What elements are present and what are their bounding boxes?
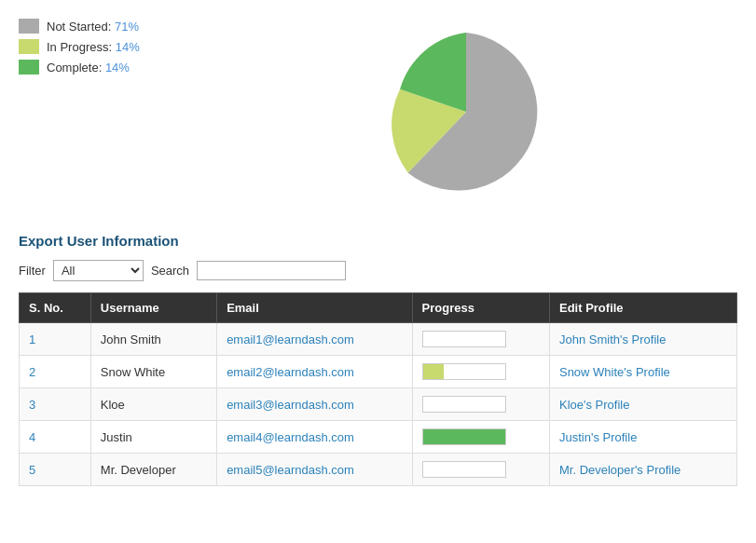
legend-swatch [19,39,39,54]
cell-email: email3@learndash.com [217,388,412,421]
profile-link[interactable]: Kloe's Profile [559,398,629,412]
legend-label: Not Started: 71% [47,20,139,34]
cell-progress [412,323,549,356]
email-link[interactable]: email5@learndash.com [227,463,354,477]
search-input[interactable] [197,261,346,280]
cell-profile: Justin's Profile [549,421,736,454]
table-row: 4Justinemail4@learndash.comJustin's Prof… [20,421,737,454]
legend-percent: 14% [105,61,130,75]
pie-chart [373,19,559,205]
filter-row: Filter AllIn ProgressCompleteNot Started… [19,260,737,281]
cell-sno: 2 [20,356,91,388]
column-header: Progress [412,293,549,323]
column-header: Email [217,293,412,323]
cell-sno: 3 [20,388,91,421]
legend-label: In Progress: 14% [47,40,140,54]
cell-progress [412,454,549,486]
filter-label: Filter [19,264,46,278]
profile-link[interactable]: Snow White's Profile [559,365,670,379]
legend-item: In Progress: 14% [19,39,205,54]
email-link[interactable]: email3@learndash.com [227,398,354,412]
progress-bar-container [422,396,506,413]
cell-sno: 1 [20,323,91,356]
cell-email: email5@learndash.com [217,454,412,486]
progress-bar-container [422,363,506,380]
cell-username: John Smith [90,323,216,356]
legend-swatch [19,60,39,75]
cell-profile: John Smith's Profile [549,323,736,356]
legend-percent: 14% [116,40,140,54]
profile-link[interactable]: Justin's Profile [559,430,637,444]
cell-profile: Mr. Developer's Profile [549,454,736,486]
cell-username: Mr. Developer [90,454,216,486]
legend: Not Started: 71% In Progress: 14% Comple… [19,19,205,75]
cell-progress [412,388,549,421]
progress-bar-container [422,331,506,347]
table-row: 1John Smithemail1@learndash.comJohn Smit… [20,323,737,356]
cell-username: Snow White [90,356,216,388]
table-header: S. No.UsernameEmailProgressEdit Profile [20,293,737,323]
column-header: Username [90,293,216,323]
column-header: Edit Profile [549,293,736,323]
legend-item: Complete: 14% [19,60,205,75]
cell-username: Kloe [90,388,216,421]
table-row: 3Kloeemail3@learndash.comKloe's Profile [20,388,737,421]
cell-progress [412,356,549,388]
progress-bar-fill [423,364,444,379]
header-row: S. No.UsernameEmailProgressEdit Profile [20,293,737,323]
cell-profile: Snow White's Profile [549,356,736,388]
cell-email: email2@learndash.com [217,356,412,388]
legend-label: Complete: 14% [47,61,130,75]
profile-link[interactable]: John Smith's Profile [559,333,666,346]
profile-link[interactable]: Mr. Developer's Profile [559,463,680,477]
column-header: S. No. [20,293,91,323]
progress-bar-fill [423,429,505,444]
section-title: Export User Information [19,233,737,249]
cell-sno: 4 [20,421,91,454]
cell-username: Justin [90,421,216,454]
cell-email: email4@learndash.com [217,421,412,454]
table-row: 5Mr. Developeremail5@learndash.comMr. De… [20,454,737,486]
progress-bar-container [422,428,506,445]
email-link[interactable]: email2@learndash.com [227,365,354,379]
legend-item: Not Started: 71% [19,19,205,34]
email-link[interactable]: email1@learndash.com [227,333,354,346]
email-link[interactable]: email4@learndash.com [227,430,354,444]
cell-profile: Kloe's Profile [549,388,736,421]
table-row: 2Snow Whiteemail2@learndash.comSnow Whit… [20,356,737,388]
legend-percent: 71% [115,20,139,34]
search-label: Search [151,264,189,278]
legend-swatch [19,19,39,34]
cell-email: email1@learndash.com [217,323,412,356]
cell-sno: 5 [20,454,91,486]
progress-bar-container [422,461,506,478]
user-table: S. No.UsernameEmailProgressEdit Profile … [19,292,737,486]
table-body: 1John Smithemail1@learndash.comJohn Smit… [20,323,737,486]
cell-progress [412,421,549,454]
filter-select[interactable]: AllIn ProgressCompleteNot Started [53,260,144,281]
